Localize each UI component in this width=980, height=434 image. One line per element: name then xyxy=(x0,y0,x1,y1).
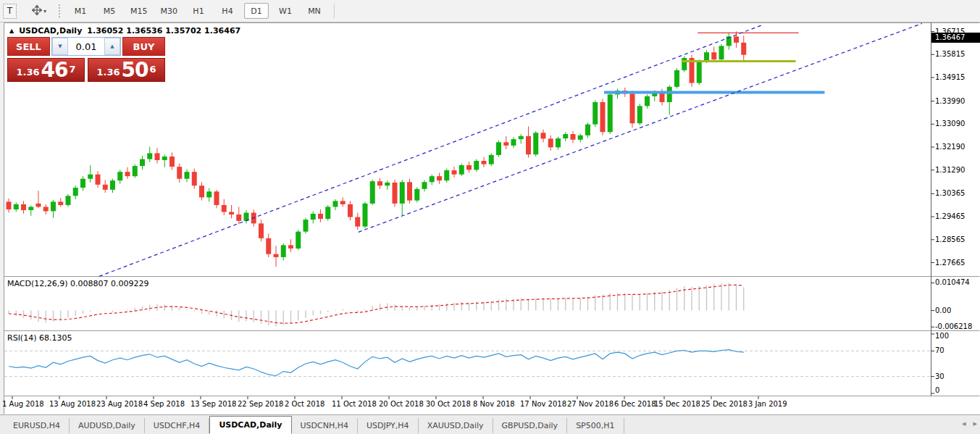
sell-price-prefix: 1.36 xyxy=(16,65,39,80)
date-axis-label: 23 Aug 2018 xyxy=(96,400,143,408)
current-price-badge: 1.36467 xyxy=(931,33,980,43)
sell-price-button[interactable]: 1.36 46 7 xyxy=(7,58,85,82)
date-axis-label: 30 Oct 2018 xyxy=(426,400,471,408)
price-axis-label: 1.32190 xyxy=(935,143,965,151)
volume-decrease-button[interactable]: ▼ xyxy=(52,38,68,55)
chart-tab-usdjpy[interactable]: USDJPY,H4 xyxy=(358,418,419,433)
date-axis-label: 6 Dec 2018 xyxy=(614,400,656,408)
macd-indicator-label: MACD(12,26,9) 0.008807 0.009229 xyxy=(7,279,149,288)
date-axis-label: 11 Oct 2018 xyxy=(332,400,377,408)
chart-tab-bar: EURUSD,H4AUDUSD,DailyUSDCHF,H4USDCAD,Dai… xyxy=(0,414,980,434)
toolbar-grip[interactable] xyxy=(59,4,62,17)
price-axis-label: 1.33990 xyxy=(935,97,965,105)
chart-ohlc-values: 1.36052 1.36536 1.35702 1.36467 xyxy=(87,26,240,36)
chevron-down-icon: ▾ xyxy=(43,8,46,14)
mt-terminal-window: T ▾ M1M5M15M30H1H4D1W1MN ▲ US xyxy=(0,0,980,434)
chart-tab-audusd[interactable]: AUDUSD,Daily xyxy=(70,418,145,433)
macd-axis-label: 0.00 xyxy=(935,306,951,314)
date-axis-label: 4 Sep 2018 xyxy=(143,400,185,408)
macd-axis-label: -0.006218 xyxy=(935,322,972,330)
timeframe-button-d1[interactable]: D1 xyxy=(244,3,269,19)
text-tool-button[interactable]: T xyxy=(3,4,17,19)
timeframe-button-h1[interactable]: H1 xyxy=(186,3,211,19)
date-axis-label: 1 Aug 2018 xyxy=(2,400,44,408)
date-axis-label: 13 Sep 2018 xyxy=(190,400,236,408)
sell-price-pip: 7 xyxy=(70,59,76,80)
date-axis-label: 3 Jan 2019 xyxy=(748,400,787,408)
date-axis-label: 22 Sep 2018 xyxy=(238,400,283,408)
price-axis-label: 1.34915 xyxy=(935,73,965,81)
timeframe-button-h4[interactable]: H4 xyxy=(215,3,240,19)
timeframe-button-m1[interactable]: M1 xyxy=(68,3,93,19)
date-axis-label: 13 Aug 2018 xyxy=(49,400,96,408)
chart-tab-eurusd[interactable]: EURUSD,H4 xyxy=(4,418,70,433)
price-axis-label: 1.30365 xyxy=(935,189,965,197)
date-axis-label: 17 Nov 2018 xyxy=(520,400,566,408)
buy-price-pip: 6 xyxy=(150,59,156,80)
price-axis-label: 1.35815 xyxy=(935,50,965,58)
chart-tab-sp500[interactable]: SP500,H1 xyxy=(567,418,624,433)
rsi-axis-label: 100 xyxy=(935,332,949,340)
price-axis-label: 1.33090 xyxy=(935,120,965,128)
price-axis-label: 1.29465 xyxy=(935,212,965,220)
chart-tab-gbpusd[interactable]: GBPUSD,Daily xyxy=(493,418,568,433)
one-click-trading-panel: SELL ▼ 0.01 ▲ BUY 1.36 46 7 1.36 50 6 xyxy=(7,37,165,82)
window-collapse-icon[interactable]: ▲ xyxy=(9,28,14,34)
timeframe-group: M1M5M15M30H1H4D1W1MN xyxy=(68,3,327,19)
buy-price-prefix: 1.36 xyxy=(96,65,120,80)
tab-scroll-left-icon[interactable]: ◂ xyxy=(962,419,966,428)
date-axis-label: 25 Dec 2018 xyxy=(701,400,747,408)
chart-symbol-label: USDCAD,Daily xyxy=(19,26,82,36)
toolbar-separator xyxy=(334,4,335,18)
macd-axis-label: 0.010474 xyxy=(935,278,970,286)
timeframe-button-m15[interactable]: M15 xyxy=(126,3,152,19)
rsi-axis-label: 0 xyxy=(935,386,939,394)
volume-input[interactable]: 0.01 xyxy=(68,38,104,55)
chart-client-area: ▲ USDCAD,Daily 1.36052 1.36536 1.35702 1… xyxy=(0,22,980,434)
price-axis-label: 1.31290 xyxy=(935,166,965,174)
chart-tab-xauusd[interactable]: XAUUSD,Daily xyxy=(419,418,493,433)
chart-tab-usdchf[interactable]: USDCHF,H4 xyxy=(145,418,210,433)
buy-button[interactable]: BUY xyxy=(122,37,165,56)
date-axis-label: 8 Nov 2018 xyxy=(473,400,515,408)
date-axis-label: 20 Oct 2018 xyxy=(379,400,424,408)
chart-drag-tool-button[interactable]: ▾ xyxy=(27,3,51,19)
volume-increase-button[interactable]: ▲ xyxy=(104,38,120,55)
rsi-axis-label: 70 xyxy=(935,346,945,354)
timeframe-button-mn[interactable]: MN xyxy=(302,3,327,19)
volume-stepper: ▼ 0.01 ▲ xyxy=(51,37,121,56)
tab-scroll-right-icon[interactable]: ▸ xyxy=(973,419,977,428)
chart-tab-usdcad[interactable]: USDCAD,Daily xyxy=(209,416,291,434)
date-axis-label: 27 Nov 2018 xyxy=(567,400,613,408)
buy-price-main: 50 xyxy=(122,60,148,80)
rsi-axis-label: 30 xyxy=(935,372,945,380)
timeframe-button-m5[interactable]: M5 xyxy=(97,3,122,19)
move-arrows-icon xyxy=(32,5,42,17)
date-axis-label: 15 Dec 2018 xyxy=(654,400,700,408)
timeframe-button-w1[interactable]: W1 xyxy=(273,3,298,19)
date-axis-label: 2 Oct 2018 xyxy=(285,400,324,408)
chart-tab-usdcnh[interactable]: USDCNH,H4 xyxy=(292,418,358,433)
tab-scroll-controls: ◂ ▸ xyxy=(962,419,977,428)
chart-title: ▲ USDCAD,Daily 1.36052 1.36536 1.35702 1… xyxy=(9,26,240,36)
price-axis-label: 1.27665 xyxy=(935,259,965,267)
sell-button[interactable]: SELL xyxy=(7,37,50,56)
rsi-indicator-label: RSI(14) 68.1305 xyxy=(7,333,72,343)
sell-price-main: 46 xyxy=(41,60,68,80)
toolbar: T ▾ M1M5M15M30H1H4D1W1MN xyxy=(0,0,980,22)
price-axis-label: 1.28565 xyxy=(935,235,965,243)
timeframe-button-m30[interactable]: M30 xyxy=(156,3,183,19)
buy-price-button[interactable]: 1.36 50 6 xyxy=(88,58,165,82)
